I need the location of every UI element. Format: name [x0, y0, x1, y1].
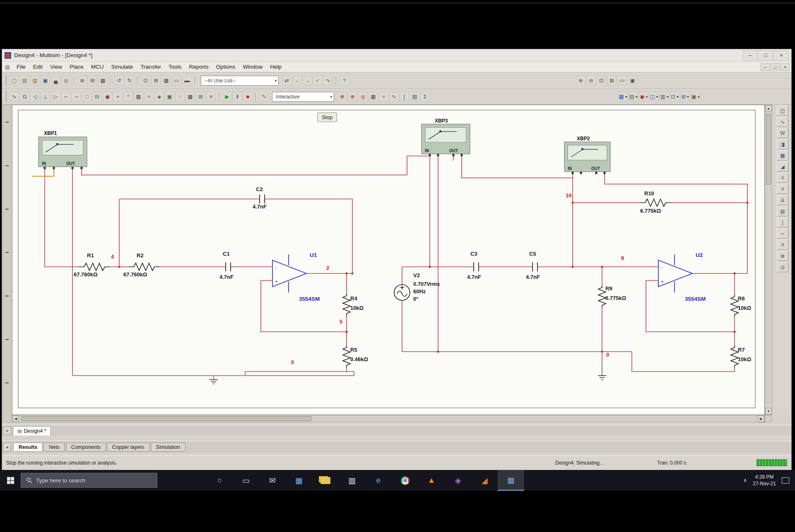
taskbar-clock[interactable]: 4:28 PM 27-Nov-21: [753, 474, 776, 487]
scroll-down-arrow[interactable]: ▼: [765, 408, 772, 415]
action-center-icon[interactable]: [782, 477, 789, 484]
tab-simulation[interactable]: Simulation: [151, 443, 186, 452]
multimeter-icon[interactable]: ◫: [777, 105, 788, 116]
show-grid-icon[interactable]: ▦: [161, 76, 171, 85]
report-group-button[interactable]: ▥▾: [660, 92, 669, 101]
menu-window[interactable]: Window: [239, 62, 266, 71]
stop-simulation-tag[interactable]: Stop: [317, 113, 337, 122]
show-border-icon[interactable]: ▭: [172, 76, 181, 85]
mdi-close-button[interactable]: ×: [781, 63, 790, 71]
capture-icon[interactable]: ∿: [323, 76, 333, 85]
photos-icon[interactable]: ▦: [286, 470, 312, 491]
chevron-down-icon[interactable]: ▾: [656, 95, 658, 99]
grapher-group-button[interactable]: ▤▾: [629, 92, 638, 101]
tray-expand-icon[interactable]: ∧: [743, 477, 747, 483]
probe-current-icon[interactable]: ⊗: [348, 92, 357, 101]
place-bus-icon[interactable]: ≡: [206, 92, 216, 101]
place-cmos-icon[interactable]: ¬: [72, 92, 81, 101]
analysis-group-button[interactable]: ▦▾: [618, 92, 628, 101]
zoom-area-icon[interactable]: ⊡: [597, 76, 606, 85]
tab-nets[interactable]: Nets: [43, 443, 65, 452]
menu-options[interactable]: Options: [212, 62, 239, 71]
chevron-down-icon[interactable]: ▾: [636, 95, 638, 99]
function-generator-icon[interactable]: ∿: [777, 117, 788, 127]
menu-transfer[interactable]: Transfer: [137, 62, 165, 71]
scroll-up-arrow[interactable]: ▲: [765, 105, 772, 112]
edit-profile-icon[interactable]: ✎: [259, 92, 269, 101]
wattmeter-icon[interactable]: W: [777, 128, 788, 138]
bode-plotter-icon[interactable]: ◢: [777, 161, 788, 172]
place-hierarchical-block-icon[interactable]: ⊞: [196, 92, 205, 101]
stop-button[interactable]: ■: [243, 92, 253, 101]
horizontal-scrollbar[interactable]: ◀ ▶: [12, 415, 765, 422]
pause-button[interactable]: ‖: [233, 92, 242, 101]
scroll-right-arrow[interactable]: ▶: [758, 415, 764, 422]
vertical-scrollbar[interactable]: ▲ ▼: [765, 105, 772, 415]
show-ruler-icon[interactable]: ▬: [182, 76, 192, 85]
mail-icon[interactable]: ✉: [259, 470, 286, 491]
probe-voltage-icon[interactable]: ⊕: [337, 92, 347, 101]
image-viewer-icon[interactable]: ◈: [445, 470, 471, 491]
chevron-down-icon[interactable]: ▾: [687, 95, 689, 99]
file-explorer-icon[interactable]: [312, 470, 339, 491]
schematic-workspace[interactable]: [12, 105, 765, 415]
forward-annotate-icon[interactable]: →: [303, 76, 312, 85]
grapher-icon[interactable]: ▤: [410, 92, 419, 101]
network-analyzer-icon[interactable]: ⊗: [777, 251, 788, 261]
save-icon[interactable]: ▣: [41, 76, 50, 85]
edge-icon[interactable]: e: [365, 470, 392, 491]
distortion-analyzer-icon[interactable]: ≈: [777, 228, 788, 239]
run-button[interactable]: ▶: [222, 92, 232, 101]
menu-place[interactable]: Place: [66, 62, 87, 71]
instrument-group-button[interactable]: ◫▾: [649, 92, 659, 101]
print-preview-icon[interactable]: ◎: [61, 76, 71, 85]
help-icon[interactable]: ?: [340, 76, 349, 85]
chrome-icon[interactable]: [392, 470, 418, 491]
place-connector-icon[interactable]: ○: [175, 92, 185, 101]
vlc-icon[interactable]: ▲: [418, 470, 445, 491]
mdi-minimize-button[interactable]: –: [761, 63, 770, 71]
chevron-down-icon[interactable]: ▾: [646, 95, 648, 99]
probe-group-button[interactable]: ◉▾: [639, 92, 648, 101]
place-basic-icon[interactable]: Ω: [20, 92, 29, 101]
place-ttl-icon[interactable]: ⌐: [61, 92, 71, 101]
place-misc-digital-icon[interactable]: □: [82, 92, 92, 101]
panel-collapse-button[interactable]: ◂: [3, 443, 11, 452]
oscilloscope-icon[interactable]: ◨: [777, 139, 788, 149]
analysis-transient-icon[interactable]: ∫: [400, 92, 409, 101]
chevron-down-icon[interactable]: ▾: [667, 95, 669, 99]
spectrum-analyzer-icon[interactable]: Λ: [777, 240, 788, 250]
menu-view[interactable]: View: [46, 62, 66, 71]
design-tab[interactable]: ▤ Design4 *: [13, 426, 51, 436]
four-channel-oscilloscope-icon[interactable]: ▦: [777, 150, 788, 161]
place-ni-component-icon[interactable]: ▣: [165, 92, 174, 101]
chevron-down-icon[interactable]: ▾: [677, 95, 679, 99]
postprocessor-icon[interactable]: Σ: [420, 92, 430, 101]
scroll-left-arrow[interactable]: ◀: [12, 415, 19, 422]
place-power-icon[interactable]: +: [113, 92, 123, 101]
frequency-counter-icon[interactable]: #: [777, 173, 788, 183]
back-annotate-icon[interactable]: ←: [292, 76, 302, 85]
probe-power-icon[interactable]: ◎: [358, 92, 368, 101]
chevron-down-icon[interactable]: ▾: [698, 95, 700, 99]
close-button[interactable]: ×: [774, 50, 789, 60]
place-electromechanical-icon[interactable]: ◈: [154, 92, 164, 101]
chevron-down-icon[interactable]: ▾: [275, 79, 277, 83]
menu-help[interactable]: Help: [266, 62, 285, 71]
maximize-button[interactable]: □: [758, 50, 773, 60]
iv-analyzer-icon[interactable]: ∫: [777, 217, 788, 228]
vertical-scroll-thumb[interactable]: [766, 114, 771, 185]
view-group-button[interactable]: ⊞▾: [680, 92, 690, 101]
current-clamp-icon[interactable]: ◎: [777, 262, 788, 272]
place-mixed-icon[interactable]: ⊟: [92, 92, 102, 101]
place-indicator-icon[interactable]: ◉: [103, 92, 112, 101]
design-toolbox-strip[interactable]: [3, 105, 11, 422]
zoom-window-icon[interactable]: ⊞: [151, 76, 161, 85]
print-icon[interactable]: ▄: [51, 76, 60, 85]
mdi-restore-button[interactable]: □: [771, 63, 780, 71]
logic-analyzer-icon[interactable]: ▤: [777, 206, 788, 216]
menu-edit[interactable]: Edit: [29, 62, 46, 71]
cut-icon[interactable]: ⊗: [77, 76, 87, 85]
place-analog-icon[interactable]: ▷: [51, 92, 60, 101]
paste-icon[interactable]: ▩: [98, 76, 108, 85]
